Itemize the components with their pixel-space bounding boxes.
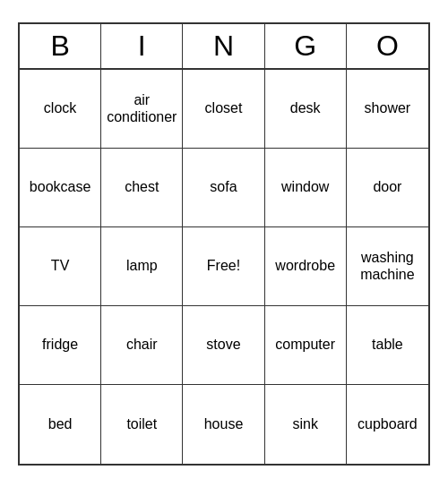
cell-text-4: shower xyxy=(365,99,411,116)
bingo-cell-8: window xyxy=(265,149,347,227)
cell-text-6: chest xyxy=(125,178,159,195)
bingo-header: BINGO xyxy=(20,24,428,70)
cell-text-10: TV xyxy=(51,257,69,274)
bingo-cell-5: bookcase xyxy=(20,149,101,227)
cell-text-7: sofa xyxy=(210,178,237,195)
cell-text-18: computer xyxy=(275,336,335,353)
cell-text-14: washing machine xyxy=(350,249,425,283)
cell-text-5: bookcase xyxy=(30,178,91,195)
bingo-cell-6: chest xyxy=(101,149,183,227)
bingo-cell-18: computer xyxy=(265,306,347,385)
bingo-cell-3: desk xyxy=(265,70,347,149)
bingo-cell-13: wordrobe xyxy=(265,227,347,306)
bingo-cell-2: closet xyxy=(183,70,264,149)
header-letter-I: I xyxy=(101,24,183,68)
bingo-cell-10: TV xyxy=(20,227,101,306)
bingo-grid: clockair conditionerclosetdeskshowerbook… xyxy=(20,70,428,464)
bingo-cell-19: table xyxy=(347,306,428,385)
bingo-cell-17: stove xyxy=(183,306,264,385)
bingo-cell-1: air conditioner xyxy=(101,70,183,149)
cell-text-0: clock xyxy=(44,99,76,116)
cell-text-19: table xyxy=(372,336,403,353)
header-letter-O: O xyxy=(347,24,428,68)
cell-text-9: door xyxy=(373,178,401,195)
cell-text-12: Free! xyxy=(207,257,240,274)
cell-text-24: cupboard xyxy=(358,415,418,432)
cell-text-8: window xyxy=(281,178,329,195)
cell-text-15: fridge xyxy=(42,336,78,353)
bingo-cell-16: chair xyxy=(101,306,183,385)
cell-text-2: closet xyxy=(205,99,243,116)
cell-text-3: desk xyxy=(290,99,321,116)
bingo-cell-0: clock xyxy=(20,70,101,149)
bingo-cell-20: bed xyxy=(20,385,101,464)
cell-text-11: lamp xyxy=(126,257,158,274)
bingo-cell-15: fridge xyxy=(20,306,101,385)
bingo-cell-9: door xyxy=(347,149,428,227)
bingo-cell-22: house xyxy=(183,385,264,464)
bingo-cell-7: sofa xyxy=(183,149,264,227)
cell-text-16: chair xyxy=(126,336,158,353)
bingo-cell-23: sink xyxy=(265,385,347,464)
bingo-card: BINGO clockair conditionerclosetdeskshow… xyxy=(18,22,430,466)
cell-text-21: toilet xyxy=(126,415,157,432)
bingo-cell-11: lamp xyxy=(101,227,183,306)
bingo-cell-4: shower xyxy=(347,70,428,149)
cell-text-13: wordrobe xyxy=(275,257,335,274)
cell-text-1: air conditioner xyxy=(105,91,178,125)
header-letter-N: N xyxy=(183,24,264,68)
cell-text-20: bed xyxy=(48,415,73,432)
bingo-cell-24: cupboard xyxy=(347,385,428,464)
bingo-cell-14: washing machine xyxy=(347,227,428,306)
cell-text-17: stove xyxy=(206,336,240,353)
bingo-cell-21: toilet xyxy=(101,385,183,464)
header-letter-G: G xyxy=(265,24,347,68)
cell-text-22: house xyxy=(204,415,244,432)
cell-text-23: sink xyxy=(292,415,317,432)
header-letter-B: B xyxy=(20,24,101,68)
bingo-cell-12: Free! xyxy=(183,227,264,306)
